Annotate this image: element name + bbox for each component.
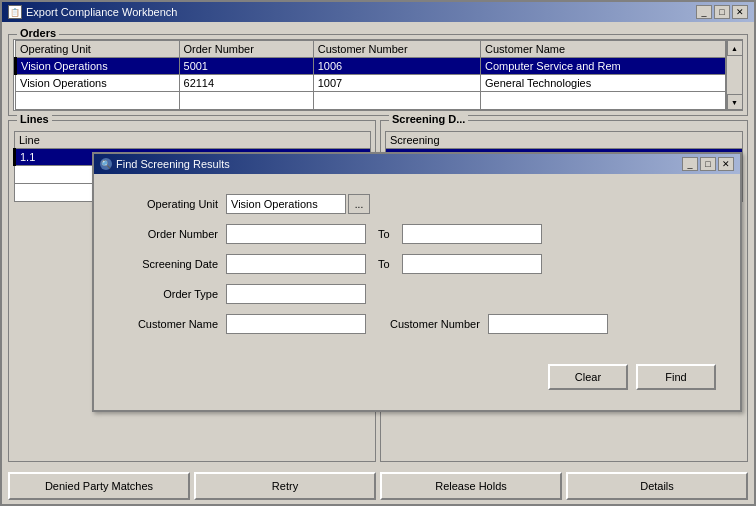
close-button[interactable]: ✕ — [732, 5, 748, 19]
dialog-buttons: Clear Find — [118, 354, 716, 390]
order-number-input[interactable] — [226, 224, 366, 244]
screening-date-row: Screening Date To — [118, 254, 716, 274]
order-operating-unit: Vision Operations — [16, 75, 180, 92]
app-icon: 📋 — [8, 5, 22, 19]
order-operating-unit: Vision Operations — [16, 58, 180, 75]
scroll-down-button[interactable]: ▼ — [727, 94, 743, 110]
operating-unit-browse-button[interactable]: ... — [348, 194, 370, 214]
table-row-empty — [16, 92, 726, 110]
screening-date-to-label: To — [378, 258, 390, 270]
table-row[interactable]: Vision Operations 62114 1007 General Tec… — [16, 75, 726, 92]
order-customer-number: 1007 — [313, 75, 480, 92]
operating-unit-label: Operating Unit — [118, 198, 218, 210]
screening-date-input[interactable] — [226, 254, 366, 274]
order-type-input[interactable] — [226, 284, 366, 304]
scroll-up-button[interactable]: ▲ — [727, 40, 743, 56]
maximize-button[interactable]: □ — [714, 5, 730, 19]
main-window: 📋 Export Compliance Workbench _ □ ✕ Orde… — [0, 0, 756, 506]
retry-button[interactable]: Retry — [194, 472, 376, 500]
order-customer-name: General Technologies — [481, 75, 726, 92]
release-holds-button[interactable]: Release Holds — [380, 472, 562, 500]
screening-label: Screening D... — [389, 113, 468, 125]
bottom-buttons: Denied Party Matches Retry Release Holds… — [2, 468, 754, 504]
denied-party-button[interactable]: Denied Party Matches — [8, 472, 190, 500]
orders-col-order-number: Order Number — [179, 41, 313, 58]
order-number-to-input[interactable] — [402, 224, 542, 244]
screening-date-to-input[interactable] — [402, 254, 542, 274]
order-customer-number: 1006 — [313, 58, 480, 75]
lines-col-line: Line — [15, 132, 371, 149]
order-customer-name: Computer Service and Rem — [481, 58, 726, 75]
title-bar-controls: _ □ ✕ — [696, 5, 748, 19]
orders-scrollbar[interactable]: ▲ ▼ — [726, 40, 742, 110]
dialog-title: Find Screening Results — [116, 158, 230, 170]
details-button[interactable]: Details — [566, 472, 748, 500]
orders-group: Orders Operating Unit Order Number Custo… — [8, 34, 748, 116]
find-button[interactable]: Find — [636, 364, 716, 390]
screening-date-label: Screening Date — [118, 258, 218, 270]
operating-unit-field: ... — [226, 194, 370, 214]
orders-table-wrapper: Operating Unit Order Number Customer Num… — [13, 39, 743, 111]
operating-unit-row: Operating Unit ... — [118, 194, 716, 214]
order-number-row: Order Number To — [118, 224, 716, 244]
operating-unit-input[interactable] — [226, 194, 346, 214]
customer-row: Customer Name Customer Number — [118, 314, 716, 334]
order-number-label: Order Number — [118, 228, 218, 240]
dialog-controls: _ □ ✕ — [682, 157, 734, 171]
customer-number-label: Customer Number — [390, 318, 480, 330]
window-title: Export Compliance Workbench — [26, 6, 177, 18]
customer-number-input[interactable] — [488, 314, 608, 334]
dialog-icon: 🔍 — [100, 158, 112, 170]
dialog-restore-button[interactable]: □ — [700, 157, 716, 171]
dialog-title-bar: 🔍 Find Screening Results _ □ ✕ — [94, 154, 740, 174]
minimize-button[interactable]: _ — [696, 5, 712, 19]
dialog-close-button[interactable]: ✕ — [718, 157, 734, 171]
orders-table: Operating Unit Order Number Customer Num… — [14, 40, 726, 110]
customer-name-input[interactable] — [226, 314, 366, 334]
clear-button[interactable]: Clear — [548, 364, 628, 390]
order-number: 5001 — [179, 58, 313, 75]
screening-col: Screening — [386, 132, 743, 149]
orders-col-customer-number: Customer Number — [313, 41, 480, 58]
order-type-row: Order Type — [118, 284, 716, 304]
dialog-minimize-button[interactable]: _ — [682, 157, 698, 171]
title-bar: 📋 Export Compliance Workbench _ □ ✕ — [2, 2, 754, 22]
customer-name-label: Customer Name — [118, 318, 218, 330]
order-number-to-label: To — [378, 228, 390, 240]
title-bar-left: 📋 Export Compliance Workbench — [8, 5, 177, 19]
order-type-label: Order Type — [118, 288, 218, 300]
dialog-content: Operating Unit ... Order Number To Scree… — [94, 174, 740, 410]
dialog-title-left: 🔍 Find Screening Results — [100, 158, 230, 170]
orders-col-operating-unit: Operating Unit — [16, 41, 180, 58]
orders-label: Orders — [17, 27, 59, 39]
table-row[interactable]: Vision Operations 5001 1006 Computer Ser… — [16, 58, 726, 75]
order-number: 62114 — [179, 75, 313, 92]
find-screening-dialog: 🔍 Find Screening Results _ □ ✕ Operating… — [92, 152, 742, 412]
lines-label: Lines — [17, 113, 52, 125]
orders-col-customer-name: Customer Name — [481, 41, 726, 58]
